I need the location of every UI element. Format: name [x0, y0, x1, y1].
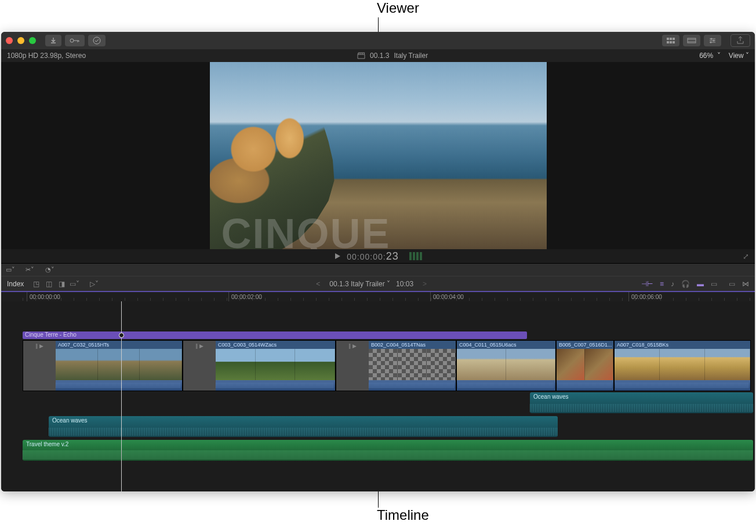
traffic-lights — [6, 37, 36, 44]
tool-row: ▭˅ ✂˅ ◔˅ — [1, 263, 755, 276]
project-name-label: Italy Trailer — [394, 52, 428, 60]
svg-point-0 — [70, 39, 74, 42]
browser-toggle-button[interactable] — [662, 35, 679, 46]
svg-point-10 — [713, 40, 715, 42]
minimize-traffic-light[interactable] — [17, 37, 24, 44]
audio-clip[interactable]: Travel theme v.2 — [23, 440, 753, 461]
video-clip[interactable]: C004_C011_0515U6acs — [456, 340, 556, 391]
video-clip[interactable]: ‖ ▶C003_C003_0514WZacs — [183, 340, 336, 391]
append-clip-button[interactable]: ◨ — [56, 279, 67, 289]
timeline-history-back[interactable]: < — [316, 280, 320, 288]
viewer-title: 00.1.3 Italy Trailer — [86, 52, 699, 60]
clip-thumbnails — [216, 349, 335, 380]
svg-rect-8 — [688, 38, 696, 43]
playhead-marker — [119, 333, 124, 338]
effects-browser-button[interactable]: ▭ — [711, 280, 717, 288]
skimming-toggle[interactable]: ⊣⊢ — [641, 280, 653, 288]
toolbar-right-group — [662, 34, 750, 47]
timeline-view-options: ⊣⊢ ≡ ♪ 🎧 ▬ ▭ ▭ ⋈ — [641, 280, 749, 288]
timecode-display[interactable]: 00:00:00:23 — [347, 250, 398, 263]
svg-rect-2 — [667, 38, 669, 40]
clip-label: A007_C032_0515HTs — [56, 341, 182, 349]
zoom-traffic-light[interactable] — [29, 37, 36, 44]
timeline-project-name[interactable]: Italy Trailer — [351, 280, 385, 288]
arrow-tool[interactable]: ▷˅ — [89, 279, 99, 289]
title-clip[interactable]: Cinque Terre - Echo — [23, 331, 527, 339]
playhead[interactable] — [121, 301, 122, 491]
connect-clip-button[interactable]: ◳ — [31, 279, 41, 289]
keyword-button[interactable] — [65, 35, 85, 46]
enhancement-menu[interactable]: ▭˅ — [6, 266, 19, 274]
timeline-duration: 10:03 — [396, 280, 413, 288]
viewer-area[interactable]: CINQUE TERRE Cinque Terre — [1, 62, 755, 249]
video-clip[interactable]: A007_C018_0515BKs — [614, 340, 751, 391]
clip-audio-waveform — [557, 380, 613, 391]
clip-thumbnails — [457, 349, 555, 380]
clip-label: C004_C011_0515U6acs — [457, 341, 555, 349]
share-button[interactable] — [730, 34, 750, 47]
callout-timeline-label: Timeline — [377, 507, 429, 523]
play-icon[interactable] — [334, 253, 341, 260]
timecode-prefix: 00:00:00: — [347, 252, 386, 261]
clip-label: C003_C003_0514WZacs — [216, 341, 335, 349]
fullscreen-button[interactable]: ⤢ — [743, 252, 749, 261]
viewer-info-bar: 1080p HD 23.98p, Stereo 00.1.3 Italy Tra… — [1, 49, 755, 62]
overwrite-clip-button[interactable]: ▭˅ — [69, 279, 79, 289]
insert-clip-button[interactable]: ◫ — [43, 279, 54, 289]
timeline-project-id: 00.1.3 — [329, 280, 348, 288]
svg-rect-6 — [670, 41, 672, 43]
transitions-button[interactable]: ▭ — [729, 280, 735, 288]
transition[interactable]: ‖ ▶ — [23, 341, 56, 391]
ruler-tick: 00:00:06:00 — [628, 292, 662, 301]
background-tasks-button[interactable] — [88, 35, 106, 46]
audio-skimming-toggle[interactable]: ≡ — [660, 280, 664, 288]
timeline-header: Index ◳ ◫ ◨ ▭˅ ▷˅ < 00.1.3 Italy Trailer… — [1, 276, 755, 291]
svg-point-9 — [711, 38, 713, 40]
video-clip[interactable]: B005_C007_0516D1... — [556, 340, 614, 391]
checkmark-circle-icon — [93, 37, 101, 45]
toolbar-left-group — [45, 35, 106, 46]
ruler-tick: 00:00:04:00 — [430, 292, 464, 301]
share-icon — [736, 37, 744, 45]
transition[interactable]: ‖ ▶ — [183, 341, 216, 391]
download-arrow-icon — [50, 37, 57, 44]
clip-id-label: 00.1.3 — [370, 52, 389, 60]
clip-label: B005_C007_0516D1... — [557, 341, 613, 349]
view-dropdown[interactable]: View ˅ — [729, 52, 749, 60]
solo-toggle[interactable]: ♪ — [671, 280, 674, 288]
snapping-toggle[interactable]: 🎧 — [681, 280, 690, 288]
retime-menu[interactable]: ✂˅ — [26, 266, 38, 274]
svg-point-11 — [710, 42, 712, 43]
transition[interactable]: ‖ ▶ — [336, 341, 369, 391]
video-clip[interactable]: ‖ ▶B002_C004_0514TNas — [336, 340, 456, 391]
timeline-body[interactable]: Cinque Terre - Echo ‖ ▶A007_C032_0515HTs… — [1, 301, 755, 491]
timeline-title: < 00.1.3 Italy Trailer ˅ 10:03 > — [101, 280, 641, 288]
audio-clip[interactable]: Ocean waves — [530, 392, 753, 413]
preview-frame: CINQUE TERRE Cinque Terre — [210, 62, 547, 249]
svg-rect-3 — [670, 38, 672, 40]
callout-timeline-line — [378, 490, 379, 508]
video-clip[interactable]: ‖ ▶A007_C032_0515HTs — [23, 340, 183, 391]
timeline-toggle-button[interactable] — [683, 35, 700, 46]
key-icon — [70, 38, 80, 43]
svg-rect-4 — [673, 38, 675, 40]
transitions-browser-button[interactable]: ⋈ — [742, 280, 749, 288]
ruler-tick: 00:00:02:00 — [228, 292, 262, 301]
filmstrip-icon — [687, 37, 696, 44]
clip-thumbnails — [369, 349, 456, 380]
timeline-index-button[interactable]: Index — [7, 280, 24, 288]
zoom-dropdown[interactable]: 66% ˅ — [699, 52, 721, 60]
audio-meter — [409, 252, 422, 260]
timeline-ruler[interactable]: 00:00:00:0000:00:02:0000:00:04:0000:00:0… — [1, 291, 755, 301]
clip-thumbnails — [615, 349, 750, 380]
close-traffic-light[interactable] — [6, 37, 13, 44]
transport-bar: 00:00:00:23 ⤢ — [1, 249, 755, 263]
clip-appearance-button[interactable]: ▬ — [697, 280, 704, 288]
clip-thumbnails — [56, 349, 182, 380]
audio-clip[interactable]: Ocean waves — [49, 416, 558, 437]
timeline-history-fwd[interactable]: > — [423, 280, 427, 288]
import-button[interactable] — [45, 35, 61, 46]
clip-audio-waveform — [615, 380, 750, 391]
clip-speed-menu[interactable]: ◔˅ — [45, 266, 58, 274]
inspector-toggle-button[interactable] — [704, 35, 721, 46]
